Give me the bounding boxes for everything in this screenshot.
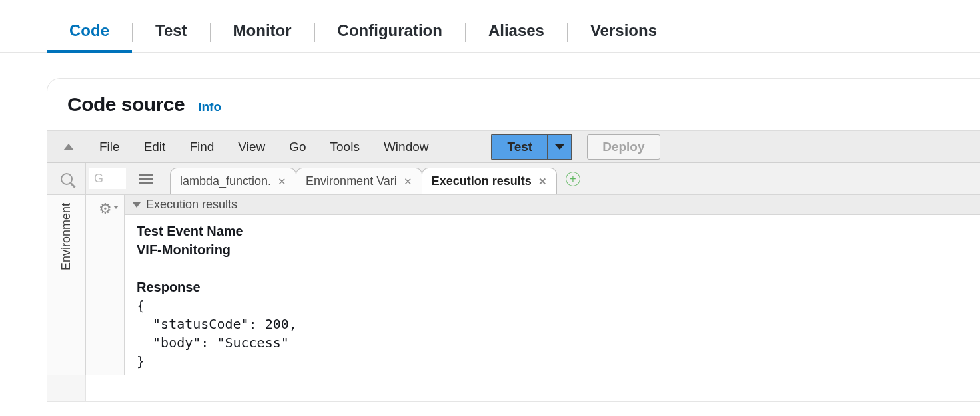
test-button[interactable]: Test <box>492 135 547 159</box>
collapse-icon[interactable] <box>63 144 74 150</box>
results-output: Test Event Name VIF-Monitoring Response … <box>125 215 672 377</box>
menu-file[interactable]: File <box>89 136 131 158</box>
test-event-label: Test Event Name <box>137 224 243 238</box>
tab-monitor[interactable]: Monitor <box>211 13 314 52</box>
tab-aliases[interactable]: Aliases <box>466 13 567 52</box>
search-button[interactable] <box>47 163 86 194</box>
plus-icon: + <box>570 174 576 184</box>
menu-go[interactable]: Go <box>278 136 316 158</box>
file-tree-icon[interactable] <box>129 163 163 194</box>
menu-window[interactable]: Window <box>373 136 440 158</box>
tab-code[interactable]: Code <box>47 13 132 52</box>
caret-down-icon <box>555 144 564 150</box>
svg-rect-0 <box>139 174 153 176</box>
deploy-button[interactable]: Deploy <box>587 134 660 160</box>
file-tab-lambda[interactable]: lambda_function. ✕ <box>170 168 296 194</box>
close-icon[interactable]: ✕ <box>404 176 412 188</box>
file-tab-label: lambda_function. <box>180 174 271 188</box>
results-side-pane <box>672 215 980 377</box>
gear-icon: ⚙ <box>99 200 112 218</box>
menu-tools[interactable]: Tools <box>320 136 370 158</box>
triangle-down-icon <box>133 202 141 208</box>
file-tab-label: Environment Vari <box>306 174 397 188</box>
file-tab-execution-results[interactable]: Execution results ✕ <box>422 168 557 194</box>
test-dropdown-button[interactable] <box>547 135 571 159</box>
function-tabs: Code Test Monitor Configuration Aliases … <box>0 0 980 53</box>
response-label: Response <box>137 280 201 294</box>
goto-field[interactable]: G <box>89 168 126 189</box>
editor-menu-bar: File Edit Find View Go Tools Window Test… <box>47 131 980 163</box>
tab-configuration[interactable]: Configuration <box>315 13 465 52</box>
svg-rect-1 <box>139 178 153 180</box>
menu-find[interactable]: Find <box>179 136 225 158</box>
results-pane: Execution results Test Event Name VIF-Mo… <box>125 195 980 375</box>
file-tab-env-vars[interactable]: Environment Vari ✕ <box>296 168 422 194</box>
menu-view[interactable]: View <box>227 136 276 158</box>
editor-sub-bar: G lambda_function. ✕ Environment Vari ✕ <box>47 163 980 195</box>
file-tab-label: Execution results <box>432 174 532 188</box>
results-body: Test Event Name VIF-Monitoring Response … <box>125 215 980 377</box>
code-editor: File Edit Find View Go Tools Window Test… <box>47 130 980 401</box>
file-tab-strip: lambda_function. ✕ Environment Vari ✕ Ex… <box>163 163 980 194</box>
svg-rect-2 <box>139 182 153 184</box>
test-button-group: Test <box>491 134 572 160</box>
environment-sidebar-label: Environment <box>59 203 73 270</box>
menu-edit[interactable]: Edit <box>133 136 177 158</box>
test-event-name: VIF-Monitoring <box>137 242 231 257</box>
panel-title: Code source <box>67 93 185 116</box>
info-link[interactable]: Info <box>198 100 221 114</box>
code-source-panel: Code source Info File Edit Find View Go … <box>47 78 980 402</box>
tab-test[interactable]: Test <box>133 13 210 52</box>
results-header[interactable]: Execution results <box>125 195 980 215</box>
folder-glyph-icon <box>139 173 153 185</box>
panel-header: Code source Info <box>47 79 980 130</box>
editor-body: Environment ⚙ Execution results Test Eve… <box>47 195 980 375</box>
results-header-label: Execution results <box>146 198 237 212</box>
sidebar-gutter-faded <box>47 375 86 401</box>
settings-button[interactable]: ⚙ <box>86 195 125 375</box>
close-icon[interactable]: ✕ <box>538 176 547 188</box>
search-icon <box>61 173 73 185</box>
close-icon[interactable]: ✕ <box>278 176 286 188</box>
response-body: { "statusCode": 200, "body": "Success" } <box>137 298 297 369</box>
tab-versions[interactable]: Versions <box>568 13 680 52</box>
environment-sidebar-tab[interactable]: Environment <box>47 195 86 375</box>
caret-down-icon <box>113 206 119 209</box>
add-tab-button[interactable]: + <box>566 172 580 186</box>
